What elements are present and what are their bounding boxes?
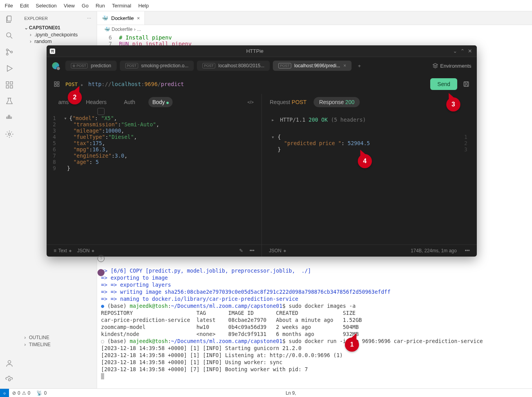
files-icon[interactable] <box>5 14 14 24</box>
wand-icon[interactable]: ✎ <box>239 248 244 253</box>
outline-section[interactable]: ›OUTLINE <box>19 334 97 341</box>
editor-tabs: 🐳 Dockerfile × <box>97 11 532 25</box>
debug-icon[interactable] <box>5 64 14 73</box>
tab-dockerfile[interactable]: 🐳 Dockerfile × <box>97 11 145 25</box>
new-tab-icon[interactable]: + <box>355 63 364 69</box>
request-tab-active[interactable]: POSTlocalhost:9696/predi...× <box>273 61 352 71</box>
menubar: File Edit Selection View Go Run Terminal… <box>0 0 532 11</box>
send-button[interactable]: Send <box>430 78 457 90</box>
menu-run[interactable]: Run <box>92 2 108 10</box>
close-tab-icon[interactable]: × <box>343 63 346 68</box>
request-tab[interactable]: POSTlocalhost:8080/2015... <box>197 61 270 71</box>
svg-point-2 <box>6 49 8 51</box>
terminal-line: => exporting to image <box>101 275 168 281</box>
account-icon[interactable] <box>5 359 14 368</box>
terminal-prompt: ○ (base) majeedk@tosh:~/Documents/ml.zoo… <box>101 338 483 344</box>
svg-point-3 <box>6 53 8 55</box>
source-control-icon[interactable] <box>5 47 14 57</box>
svg-rect-8 <box>6 86 9 88</box>
terminal-line: [2023-12-18 14:39:58 +0000] [1] [INFO] S… <box>101 345 301 351</box>
menu-help[interactable]: Help <box>135 2 152 10</box>
menu-go[interactable]: Go <box>79 2 92 10</box>
svg-rect-18 <box>57 82 59 84</box>
body-mode-select[interactable]: ≡ Text ◆ <box>54 248 72 253</box>
response-meta: 174B, 224ms, 1m ago <box>411 248 456 253</box>
terminal-panel[interactable]: => [6/6] COPY [predict.py, model.joblib,… <box>97 259 532 388</box>
response-body: ▸ HTTP/1.1 200 OK (5 headers) 1▾ { 2 "pr… <box>262 110 477 244</box>
save-icon[interactable] <box>463 81 470 88</box>
svg-rect-19 <box>54 84 56 86</box>
httpie-grid-icon[interactable] <box>97 108 105 115</box>
status-ports[interactable]: 📡0 <box>33 390 50 396</box>
workspace-avatar-icon[interactable] <box>52 62 59 69</box>
tab-headers[interactable]: Headers <box>82 97 110 107</box>
svg-marker-5 <box>7 66 13 72</box>
maximize-icon[interactable]: ⌃ <box>459 48 466 54</box>
terminal-line: car-price-prediction-service latest 08cb… <box>101 317 362 323</box>
response-format-select[interactable]: JSON ◆ <box>269 248 286 253</box>
activity-bar <box>0 11 19 388</box>
svg-rect-12 <box>10 117 12 119</box>
menu-terminal[interactable]: Terminal <box>109 2 134 10</box>
svg-rect-10 <box>7 117 8 119</box>
annotation-1: 1 <box>345 338 359 352</box>
tab-auth[interactable]: Auth <box>120 97 139 107</box>
status-bar: ⟐ ⊘0 ⚠0 📡0 Ln 9, <box>0 388 532 397</box>
svg-point-4 <box>11 51 13 53</box>
code-toggle-icon[interactable]: </> <box>247 100 254 104</box>
tree-item[interactable]: ›.ipynb_checkpoints <box>19 31 97 38</box>
folder-root[interactable]: ⌄CAPSTONE01 <box>19 24 97 31</box>
request-tab[interactable]: ⊕ POSTprediction <box>65 61 117 71</box>
url-input[interactable]: http://localhost:9696/predict <box>88 81 425 87</box>
more-icon[interactable]: ••• <box>249 248 254 253</box>
docker-file-icon: 🐳 <box>102 15 108 21</box>
svg-point-16 <box>8 379 11 381</box>
tab-body[interactable]: Body <box>148 97 173 107</box>
extensions-icon[interactable] <box>5 80 14 90</box>
window-title: HTTPie <box>58 48 451 54</box>
environments-button[interactable]: Environments <box>433 63 471 69</box>
svg-rect-9 <box>10 86 13 88</box>
status-problems[interactable]: ⊘0 ⚠0 <box>9 390 33 396</box>
explorer-more-icon[interactable]: ⋯ <box>87 16 91 21</box>
beaker-icon[interactable] <box>5 97 14 106</box>
status-cursor[interactable]: Ln 9, <box>50 390 532 396</box>
svg-point-15 <box>8 361 11 363</box>
annotation-4: 4 <box>358 154 372 168</box>
docker-file-icon: 🐳 <box>104 27 110 32</box>
terminal-line: => => exporting layers <box>101 282 171 288</box>
svg-rect-6 <box>6 82 9 84</box>
close-icon[interactable]: × <box>137 15 140 21</box>
search-icon[interactable] <box>5 31 14 40</box>
response-tab[interactable]: Response 200 <box>314 97 360 107</box>
timeline-section[interactable]: ›TIMELINE <box>19 341 97 348</box>
svg-rect-7 <box>10 82 13 84</box>
breadcrumb[interactable]: 🐳 Dockerfile›... <box>97 25 532 34</box>
menu-edit[interactable]: Edit <box>17 2 32 10</box>
body-format-select[interactable]: JSON ◆ <box>77 248 94 253</box>
more-icon[interactable]: ••• <box>462 248 470 253</box>
terminal-line: [2023-12-18 14:39:58 +0000] [7] [INFO] B… <box>101 366 308 372</box>
settings-gear-icon[interactable] <box>5 129 14 139</box>
remote-indicator[interactable]: ⟐ <box>0 389 9 397</box>
annotation-2: 2 <box>68 90 82 104</box>
user-avatar-icon[interactable] <box>97 269 105 276</box>
docker-icon[interactable] <box>5 113 14 122</box>
collection-icon[interactable] <box>54 81 60 87</box>
tree-item[interactable]: ›random <box>19 38 97 45</box>
help-icon[interactable]: ? <box>97 255 105 262</box>
svg-rect-11 <box>8 117 10 119</box>
terminal-prompt: ● (base) majeedk@tosh:~/Documents/ml.zoo… <box>101 303 355 309</box>
manage-gear-icon[interactable] <box>5 375 14 384</box>
terminal-line: zoomcamp-model hw10 0b4c09a56d39 2 weeks… <box>101 324 359 330</box>
request-tab[interactable]: POSTsmoking-prediction.o... <box>120 61 194 71</box>
close-icon[interactable]: ✕ <box>466 48 474 54</box>
request-body-editor[interactable]: 1▾{"model": "X5", 2 "transmission":"Semi… <box>47 110 261 244</box>
minimize-icon[interactable]: ⌄ <box>451 48 459 54</box>
menu-selection[interactable]: Selection <box>32 2 60 10</box>
explorer-title: EXPLORER <box>24 16 48 21</box>
menu-view[interactable]: View <box>61 2 78 10</box>
menu-file[interactable]: File <box>2 2 16 10</box>
terminal-line: [2023-12-18 14:39:58 +0000] [1] [INFO] U… <box>101 359 282 365</box>
terminal-line: REPOSITORY TAG IMAGE ID CREATED SIZE <box>101 310 355 316</box>
